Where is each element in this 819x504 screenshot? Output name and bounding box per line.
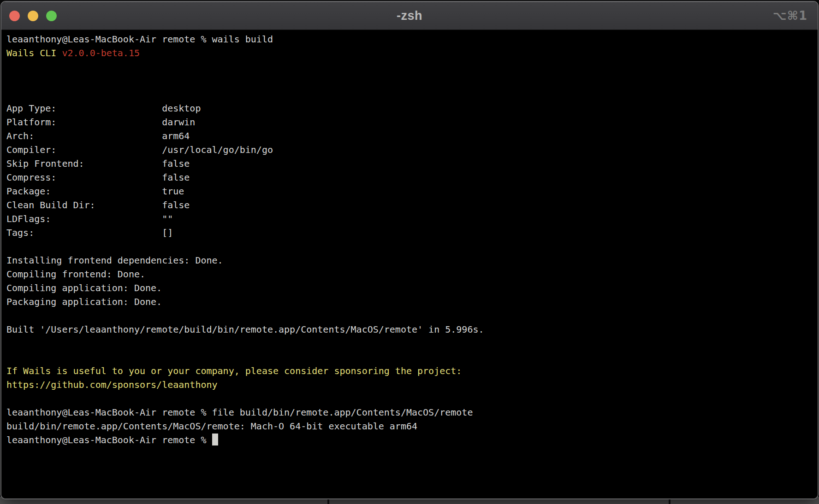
terminal-line: Installing frontend dependencies: Done. bbox=[6, 253, 814, 267]
terminal-text: Packaging application: Done. bbox=[6, 296, 162, 307]
terminal-text: LDFlags: "" bbox=[6, 213, 173, 224]
terminal-line: Clean Build Dir: false bbox=[6, 198, 814, 212]
window-title: -zsh bbox=[1, 2, 818, 29]
terminal-text[interactable]: https://github.com/sponsors/leaanthony bbox=[6, 379, 218, 390]
cursor bbox=[212, 434, 218, 445]
terminal-text: Package: true bbox=[6, 186, 184, 197]
terminal-line bbox=[6, 336, 814, 350]
terminal-line bbox=[6, 60, 814, 74]
terminal-line: Packaging application: Done. bbox=[6, 295, 814, 309]
terminal-text: build/bin/remote.app/Contents/MacOS/remo… bbox=[6, 421, 417, 432]
terminal-text: Skip Frontend: false bbox=[6, 158, 190, 169]
sponsor-url[interactable]: https://github.com/sponsors/leaanthony bbox=[6, 378, 814, 392]
terminal-line: Tags: [] bbox=[6, 226, 814, 240]
terminal-line bbox=[6, 240, 814, 253]
terminal-text: Compress: false bbox=[6, 172, 190, 183]
terminal-text: leaanthony@Leas-MacBook-Air remote % wai… bbox=[6, 34, 273, 45]
window-shortcut-badge: ⌥⌘1 bbox=[773, 2, 807, 29]
terminal-line: If Wails is useful to you or your compan… bbox=[6, 364, 814, 378]
terminal-text: App Type: desktop bbox=[6, 103, 201, 114]
terminal-text: Clean Build Dir: false bbox=[6, 199, 190, 211]
terminal-text: v2.0.0-beta.15 bbox=[62, 47, 140, 59]
terminal-line: Arch: arm64 bbox=[6, 129, 814, 143]
terminal-line: Compiling application: Done. bbox=[6, 281, 814, 295]
terminal-line: Wails CLI v2.0.0-beta.15 bbox=[6, 46, 814, 60]
terminal-line: leaanthony@Leas-MacBook-Air remote % wai… bbox=[6, 32, 814, 46]
terminal-text: Wails CLI bbox=[6, 47, 62, 59]
terminal-line: Package: true bbox=[6, 184, 814, 198]
desktop-background: -zsh ⌥⌘1 leaanthony@Leas-MacBook-Air rem… bbox=[0, 0, 819, 504]
terminal-line bbox=[6, 74, 814, 88]
terminal-window: -zsh ⌥⌘1 leaanthony@Leas-MacBook-Air rem… bbox=[0, 1, 819, 499]
terminal-line: Compress: false bbox=[6, 170, 814, 184]
terminal-line: Skip Frontend: false bbox=[6, 157, 814, 170]
terminal-text: leaanthony@Leas-MacBook-Air remote % fil… bbox=[6, 407, 473, 418]
terminal-line: Built '/Users/leaanthony/remote/build/bi… bbox=[6, 322, 814, 336]
terminal-line bbox=[6, 309, 814, 322]
terminal-text: Installing frontend dependencies: Done. bbox=[6, 255, 223, 266]
terminal-line bbox=[6, 88, 814, 101]
titlebar[interactable]: -zsh ⌥⌘1 bbox=[1, 2, 818, 30]
terminal-text: Compiling frontend: Done. bbox=[6, 269, 145, 280]
terminal-text: Arch: arm64 bbox=[6, 130, 190, 141]
terminal-line bbox=[6, 350, 814, 364]
terminal-line: LDFlags: "" bbox=[6, 212, 814, 226]
terminal-line: leaanthony@Leas-MacBook-Air remote % fil… bbox=[6, 405, 814, 419]
terminal-line: App Type: desktop bbox=[6, 101, 814, 115]
terminal-line bbox=[6, 392, 814, 405]
terminal-text: leaanthony@Leas-MacBook-Air remote % bbox=[6, 434, 212, 445]
terminal-text: Compiling application: Done. bbox=[6, 282, 162, 293]
prompt-line: leaanthony@Leas-MacBook-Air remote % bbox=[6, 433, 814, 447]
terminal-text: If Wails is useful to you or your compan… bbox=[6, 365, 462, 376]
terminal-text: Built '/Users/leaanthony/remote/build/bi… bbox=[6, 324, 484, 335]
terminal-text: Tags: [] bbox=[6, 227, 173, 238]
terminal-line: Platform: darwin bbox=[6, 115, 814, 129]
terminal-text: Platform: darwin bbox=[6, 117, 195, 128]
terminal-screen[interactable]: leaanthony@Leas-MacBook-Air remote % wai… bbox=[1, 30, 818, 498]
terminal-line: Compiling frontend: Done. bbox=[6, 267, 814, 281]
terminal-text: Compiler: /usr/local/go/bin/go bbox=[6, 144, 273, 155]
terminal-line: Compiler: /usr/local/go/bin/go bbox=[6, 143, 814, 157]
terminal-line: build/bin/remote.app/Contents/MacOS/remo… bbox=[6, 419, 814, 433]
